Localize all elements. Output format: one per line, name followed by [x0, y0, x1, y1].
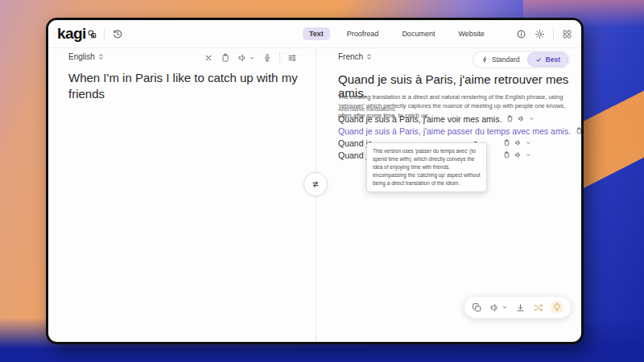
- app-header: kagi Text Proofread: [48, 20, 581, 48]
- tab-document[interactable]: Document: [395, 27, 441, 40]
- insights-button[interactable]: [551, 301, 564, 314]
- tab-text[interactable]: Text: [303, 27, 330, 40]
- tab-website[interactable]: Website: [452, 27, 490, 40]
- kagi-logo[interactable]: kagi: [57, 25, 97, 43]
- toolbar-separator: [279, 51, 280, 64]
- speaker-icon[interactable]: [518, 115, 525, 122]
- text-settings-icon[interactable]: [287, 53, 297, 63]
- alternative-tooltip: This version uses 'passer du temps avec'…: [366, 142, 487, 192]
- alternative-actions: [576, 127, 581, 134]
- speaker-icon[interactable]: [514, 139, 522, 146]
- chevron-down-icon[interactable]: [526, 140, 531, 146]
- clipboard-icon[interactable]: [221, 53, 230, 63]
- best-mode-button[interactable]: Best: [527, 52, 568, 67]
- mode-tabs: Text Proofread Document Website: [303, 20, 491, 47]
- speaker-icon[interactable]: [514, 151, 522, 158]
- header-separator: [104, 28, 105, 40]
- best-mode-label: Best: [546, 56, 560, 64]
- history-icon[interactable]: [112, 28, 123, 39]
- tab-proofread[interactable]: Proofread: [341, 27, 386, 40]
- check-icon: [535, 56, 543, 64]
- swap-languages-button[interactable]: [303, 172, 328, 196]
- source-language-label: English: [68, 52, 95, 61]
- clipboard-icon[interactable]: [503, 139, 510, 146]
- clear-icon[interactable]: [204, 53, 213, 63]
- source-speaker-group: [237, 53, 255, 63]
- speaker-icon[interactable]: [489, 302, 500, 313]
- alternative-actions: [503, 139, 531, 146]
- target-language-label: French: [338, 52, 363, 61]
- clipboard-icon[interactable]: [503, 151, 510, 158]
- swap-icon: [310, 179, 321, 190]
- gear-icon[interactable]: [535, 29, 545, 39]
- header-separator: [553, 28, 554, 40]
- updown-chevrons-icon: [365, 52, 373, 61]
- alternative-text-highlighted[interactable]: Quand je suis à Paris, j'aime passer du …: [338, 126, 571, 136]
- alternative-actions: [503, 151, 531, 158]
- target-panel: French Standard Best: [316, 47, 581, 342]
- kagi-translate-window: kagi Text Proofread: [46, 18, 584, 344]
- quality-toggle: Standard Best: [473, 51, 570, 68]
- alternative-row: Quand je suis à Paris, j'aime voir mes a…: [338, 113, 531, 125]
- chevron-down-icon[interactable]: [249, 55, 255, 61]
- chevron-down-icon[interactable]: [529, 116, 535, 121]
- alternative-text[interactable]: Quand je suis à Paris, j'aime voir mes a…: [338, 114, 502, 124]
- zap-icon: [481, 56, 489, 64]
- chevron-down-icon[interactable]: [526, 152, 531, 158]
- translate-icon: [88, 30, 97, 39]
- source-language-select[interactable]: English: [68, 52, 105, 61]
- speaker-icon[interactable]: [237, 53, 247, 63]
- chevron-down-icon[interactable]: [502, 304, 508, 311]
- clipboard-icon[interactable]: [576, 127, 581, 134]
- translation-toolbar: [464, 296, 572, 319]
- standard-mode-label: Standard: [492, 56, 520, 64]
- lightbulb-icon: [552, 302, 562, 312]
- alternative-actions: [506, 115, 535, 122]
- shuffle-icon[interactable]: [533, 302, 543, 313]
- header-actions: [516, 20, 572, 47]
- alternatives-label: Alternative translations: [338, 106, 395, 112]
- updown-chevrons-icon: [97, 52, 105, 61]
- target-language-select[interactable]: French: [338, 52, 373, 61]
- alternative-row: Quand je suis à Paris, j'aime passer du …: [338, 125, 531, 137]
- source-toolbar: [204, 51, 297, 64]
- download-icon[interactable]: [515, 302, 526, 313]
- info-icon[interactable]: [516, 29, 526, 39]
- translation-speaker-group: [489, 302, 508, 313]
- microphone-icon[interactable]: [262, 53, 272, 63]
- clipboard-icon[interactable]: [506, 115, 514, 122]
- standard-mode-button[interactable]: Standard: [474, 52, 527, 67]
- copy-icon[interactable]: [472, 302, 482, 313]
- source-text-input[interactable]: When I'm in Paris I like to catch up wit…: [68, 70, 303, 101]
- brand-name: kagi: [57, 25, 86, 43]
- apps-grid-icon[interactable]: [562, 29, 572, 39]
